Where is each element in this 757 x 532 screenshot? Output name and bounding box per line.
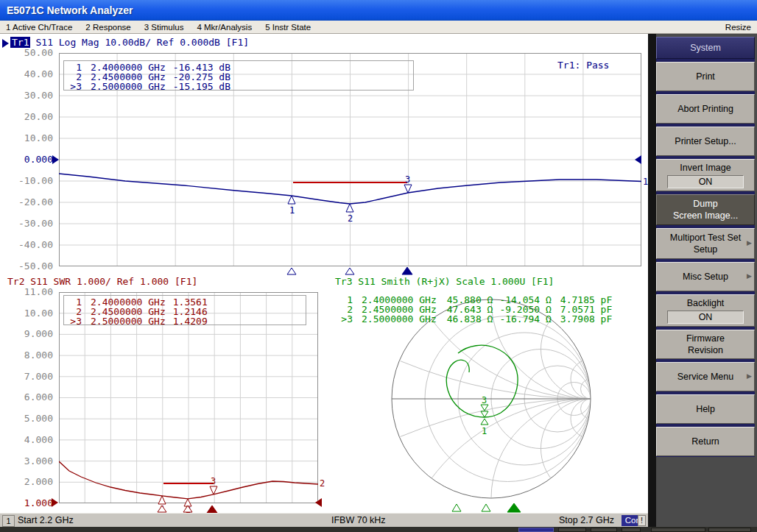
tr1-ytick: 30.00	[4, 90, 53, 101]
tr1-stimulus-markers	[287, 267, 412, 274]
app-window: E5071C Network Analyzer 1 Active Ch/Trac…	[0, 0, 757, 532]
tr2-ytick: 7.000	[4, 371, 53, 382]
softkey-invert-image[interactable]: Invert ImageON	[656, 159, 755, 191]
tr3-marker-symbols: 3 1	[481, 395, 488, 436]
tr1-ytick: -30.00	[4, 218, 53, 229]
softkey-dump-screen-image[interactable]: Dump Screen Image...	[656, 194, 755, 225]
softkey-return[interactable]: Return	[656, 427, 755, 456]
trace1-header-text: S11 Log Mag 10.00dB/ Ref 0.000dB [F1]	[35, 37, 249, 48]
tr2-ytick: 8.000	[4, 350, 53, 361]
softkey-system: System	[656, 37, 755, 59]
tr1-ytick: -40.00	[4, 239, 53, 250]
start-frequency-label: Start 2.2 GHz	[18, 515, 74, 525]
taskbar-segment	[518, 528, 554, 532]
tr1-ref-arrow-right-icon	[635, 155, 641, 164]
taskbar-segment	[708, 528, 751, 532]
tr2-ytick: 2.000	[4, 476, 53, 487]
taskbar-segment	[558, 528, 586, 532]
title-bar: E5071C Network Analyzer	[0, 0, 757, 21]
submenu-arrow-icon: ▶	[747, 239, 752, 248]
tr2-ytick: 11.00	[4, 286, 53, 297]
softkey-help[interactable]: Help	[656, 394, 755, 424]
ifbw-label: IFBW 70 kHz	[331, 515, 386, 525]
submenu-arrow-icon: ▶	[747, 372, 752, 381]
taskbar-segment	[622, 528, 641, 532]
taskbar-segment	[651, 528, 705, 532]
tr1-ytick: 10.00	[4, 132, 53, 143]
tr2-ref-level-label: 1.000	[4, 497, 53, 508]
alert-indicator: !	[638, 515, 646, 526]
trace2-header: Tr2 S11 SWR 1.000/ Ref 1.000 [F1]	[7, 276, 197, 287]
channel-number-box: 1	[2, 515, 15, 527]
trace3-header: Tr3 S11 Smith (R+jX) Scale 1.000U [F1]	[335, 276, 554, 287]
stop-frequency-label: Stop 2.7 GHz	[559, 515, 614, 525]
svg-text:3: 3	[482, 395, 487, 405]
tr1-pass-status: Tr1: Pass	[557, 60, 609, 71]
tr1-ytick: -20.00	[4, 196, 53, 208]
tr2-ytick: 10.00	[4, 308, 53, 319]
tr2-ref-arrow-left-icon	[52, 498, 58, 507]
tr1-ytick: 20.00	[4, 111, 53, 122]
menu-mkr-analysis[interactable]: 4 Mkr/Analysis	[197, 23, 252, 32]
tr2-ytick: 3.000	[4, 455, 53, 467]
softkey-print[interactable]: Print	[656, 62, 755, 91]
trace1-header: Tr1S11 Log Mag 10.00dB/ Ref 0.000dB [F1]	[10, 37, 249, 48]
softkey-printer-setup[interactable]: Printer Setup...	[656, 127, 755, 156]
menu-resize[interactable]: Resize	[725, 23, 751, 32]
tr1-ytick: 50.00	[4, 47, 53, 58]
smith-grid	[361, 294, 648, 513]
tr1-ytick: 40.00	[4, 68, 53, 79]
window-title: E5071C Network Analyzer	[7, 4, 133, 16]
tr2-ref-arrow-right-icon	[315, 498, 322, 507]
tr1-ytick: -10.00	[4, 175, 53, 186]
tr3-marker-table: 12.4000000 GHz45.880 Ω-14.054 Ω4.7185 pF…	[335, 295, 612, 324]
tr2-ytick: 9.000	[4, 328, 53, 339]
menu-response[interactable]: 2 Response	[85, 23, 130, 32]
svg-text:1: 1	[482, 426, 487, 436]
clipped-taskbar-strip	[0, 527, 757, 532]
softkey-misc-setup[interactable]: Misc Setup▶	[656, 262, 755, 291]
status-bar: 1 Start 2.2 GHz IFBW 70 kHz Stop 2.7 GHz…	[0, 513, 648, 527]
svg-text:3: 3	[405, 174, 410, 185]
softkey-backlight[interactable]: BacklightON	[656, 294, 755, 327]
taskbar-segment	[591, 528, 617, 532]
sidebar-left-strip	[648, 34, 656, 527]
svg-text:2: 2	[348, 213, 353, 224]
softkey-service-menu[interactable]: Service Menu▶	[656, 362, 755, 391]
softkey-abort-printing[interactable]: Abort Printing	[656, 94, 755, 124]
menu-bar: 1 Active Ch/Trace 2 Response 3 Stimulus …	[0, 21, 757, 34]
tr1-marker-table: 12.4000000 GHz-16.413 dB 22.4500000 GHz-…	[63, 60, 414, 91]
trace1-badge: Tr1	[10, 37, 30, 48]
svg-text:1: 1	[289, 205, 295, 216]
submenu-arrow-icon: ▶	[747, 272, 752, 281]
backlight-state: ON	[667, 311, 744, 324]
tr2-marker-table: 12.4000000 GHz1.3561 22.4500000 GHz1.214…	[63, 295, 306, 325]
svg-text:3: 3	[211, 476, 216, 486]
menu-stimulus[interactable]: 3 Stimulus	[144, 23, 184, 32]
tr3-stimulus-markers	[452, 503, 521, 512]
tr2-trace-number: 2	[320, 478, 325, 489]
menu-active-ch-trace[interactable]: 1 Active Ch/Trace	[6, 23, 72, 32]
invert-image-state: ON	[667, 175, 744, 188]
softkey-column: System Print Abort Printing Printer Setu…	[656, 37, 755, 457]
menu-instr-state[interactable]: 5 Instr State	[265, 23, 311, 32]
tr1-ref-arrow-left-icon	[52, 155, 59, 164]
tr2-ytick: 6.000	[4, 391, 53, 402]
tr1-ytick: -50.00	[4, 260, 53, 272]
tr2-stimulus-markers	[158, 506, 217, 513]
softkey-multiport-test-set-setup[interactable]: Multiport Test Set Setup▶	[656, 228, 755, 259]
tr2-ytick: 4.000	[4, 434, 53, 445]
tr2-ytick: 5.000	[4, 413, 53, 424]
tr3-smith-chart: 3 1	[361, 294, 648, 513]
softkey-firmware-revision[interactable]: Firmware Revision	[656, 330, 755, 359]
tr1-ref-level-label: 0.000	[4, 154, 53, 165]
